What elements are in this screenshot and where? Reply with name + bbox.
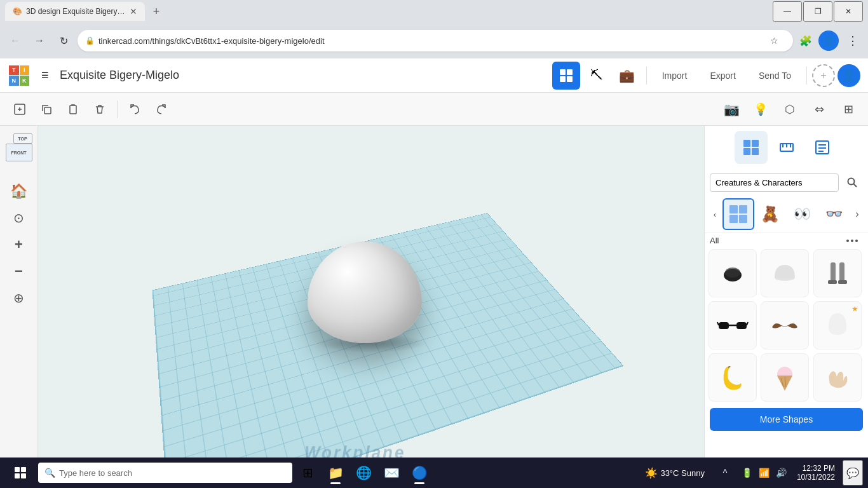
svg-rect-32 — [828, 280, 837, 284]
delete-button[interactable] — [88, 97, 112, 121]
task-view-button[interactable]: ⊞ — [295, 460, 320, 485]
tab-close-button[interactable]: ✕ — [130, 6, 137, 17]
mail-button[interactable]: ✉️ — [379, 460, 404, 485]
category-eyes-button[interactable]: 👀 — [786, 198, 818, 230]
taskbar-search-icon: 🔍 — [44, 468, 55, 478]
volume-icon: 🔊 — [773, 466, 789, 479]
camera-button[interactable]: 📷 — [719, 97, 743, 121]
maximize-button[interactable]: ❐ — [803, 1, 832, 22]
battery-icon: 🔋 — [739, 466, 755, 479]
export-button[interactable]: Export — [700, 65, 745, 86]
active-tab[interactable]: 🎨 3D design Exquisite Bigery-Mige ✕ — [5, 2, 145, 21]
category-prev-button[interactable]: ‹ — [707, 203, 722, 226]
shape-item-hand[interactable] — [813, 353, 862, 402]
close-button[interactable]: ✕ — [834, 1, 863, 22]
svg-rect-3 — [567, 76, 573, 82]
tinkercad-logo[interactable]: T I N K — [8, 64, 31, 87]
notification-button[interactable]: 💬 — [843, 460, 863, 485]
profile-button[interactable]: 👤 — [818, 30, 839, 51]
new-object-button[interactable] — [8, 97, 32, 121]
shapes-dropdown-row: Creatures & Characters Basic Shapes Text… — [705, 169, 868, 196]
start-button[interactable] — [5, 460, 36, 485]
grid-icon — [559, 69, 573, 83]
dome-shape-icon — [769, 257, 801, 289]
shape-item-nose[interactable] — [709, 249, 757, 297]
tab-ruler[interactable] — [770, 131, 803, 164]
minimize-button[interactable]: — — [773, 1, 802, 22]
grid-view-button[interactable] — [552, 62, 580, 90]
light-button[interactable]: 💡 — [749, 97, 773, 121]
import-button[interactable]: Import — [652, 65, 698, 86]
refresh-button[interactable]: ↻ — [53, 30, 74, 51]
more-shapes-button[interactable]: More Shapes — [710, 408, 863, 431]
view-cube[interactable]: TOP FRONT — [3, 133, 35, 172]
edge-browser-button[interactable]: 🌐 — [351, 460, 376, 485]
copy-button[interactable] — [34, 97, 58, 121]
section-more-button[interactable] — [841, 237, 863, 245]
file-explorer-button[interactable]: 📁 — [323, 460, 348, 485]
shapes-tab-icon — [742, 139, 760, 156]
glasses-shape-icon — [717, 309, 749, 341]
system-clock[interactable]: 12:32 PM 10/31/2022 — [792, 464, 840, 482]
zoom-in-button[interactable]: + — [7, 233, 31, 257]
redo-button[interactable] — [149, 97, 173, 121]
svg-rect-24 — [739, 205, 747, 214]
shape-item-glasses[interactable] — [709, 301, 757, 349]
svg-rect-26 — [739, 215, 747, 223]
accessories-icon: 👓 — [825, 206, 843, 222]
bookmark-button[interactable]: ☆ — [765, 32, 783, 50]
canvas-area[interactable]: Workplane Settings Snap Grid ▲ — [38, 126, 704, 488]
chrome-button[interactable]: 🔵 — [407, 460, 432, 485]
shapes-search-button[interactable] — [841, 172, 863, 193]
send-to-button[interactable]: Send To — [749, 65, 801, 86]
back-button[interactable]: ← — [5, 30, 25, 51]
toolbar: 📷 💡 ⬡ ⇔ ⊞ — [0, 93, 868, 126]
file-explorer-icon: 📁 — [328, 465, 344, 480]
undo-icon — [128, 103, 141, 116]
category-characters-button[interactable]: 🧸 — [754, 198, 786, 230]
shape-item-icecream[interactable] — [761, 353, 809, 402]
tab-notes[interactable] — [806, 131, 839, 164]
weather-widget[interactable]: ☀️ 33°C Sunny — [640, 467, 710, 479]
category-accessories-button[interactable]: 👓 — [818, 198, 850, 230]
shape-item-egg[interactable]: ★ — [813, 301, 862, 349]
forward-button[interactable]: → — [29, 30, 50, 51]
shape-tools-button[interactable]: ⬡ — [778, 97, 802, 121]
taskbar-search-bar[interactable]: 🔍 Type here to search — [38, 463, 292, 483]
app-header: T I N K ☰ Exquisite Bigery-Migelo ⛏ 💼 Im… — [0, 58, 868, 93]
pickaxe-button[interactable]: ⛏ — [583, 62, 611, 90]
home-view-button[interactable]: 🏠 — [7, 179, 31, 203]
shapes-scroll-area[interactable]: All — [705, 233, 868, 488]
svg-rect-7 — [44, 107, 51, 114]
undo-button[interactable] — [123, 97, 147, 121]
align-button[interactable]: ⊞ — [836, 97, 860, 121]
logo-grid: T I N K — [9, 65, 29, 86]
paste-button[interactable] — [61, 97, 85, 121]
show-hidden-button[interactable]: ^ — [712, 460, 738, 485]
category-all-button[interactable] — [722, 198, 754, 230]
menu-button[interactable]: ☰ — [36, 66, 55, 85]
new-tab-button[interactable]: + — [147, 3, 165, 20]
extensions-button[interactable]: 🧩 — [797, 32, 815, 50]
shape-item-dome[interactable] — [761, 249, 809, 297]
shape-categories: ‹ 🧸 👀 — [705, 196, 868, 233]
user-avatar[interactable]: 👤 — [837, 64, 860, 87]
flip-button[interactable]: ⇔ — [807, 97, 831, 121]
add-user-button[interactable]: + — [812, 64, 835, 87]
svg-rect-34 — [719, 322, 729, 329]
windows-icon — [15, 467, 26, 478]
tab-shapes[interactable] — [735, 131, 768, 164]
zoom-out-button[interactable]: − — [7, 259, 31, 283]
shape-item-mustache[interactable] — [761, 301, 809, 349]
orientation-button[interactable]: ⊕ — [7, 286, 31, 310]
more-options-button[interactable]: ⋮ — [843, 30, 863, 51]
briefcase-button[interactable]: 💼 — [613, 62, 641, 90]
top-label: TOP — [18, 137, 27, 141]
category-next-button[interactable]: › — [850, 203, 865, 226]
shape-item-legs[interactable] — [813, 249, 862, 297]
fit-view-button[interactable]: ⊙ — [7, 206, 31, 230]
window-controls: — ❐ ✕ — [773, 1, 863, 22]
address-bar[interactable]: 🔒 tinkercad.com/things/dkCvBt6ttx1-exqui… — [78, 30, 793, 51]
shape-item-banana[interactable] — [709, 353, 757, 402]
shapes-category-select[interactable]: Creatures & Characters Basic Shapes Text… — [710, 173, 839, 192]
